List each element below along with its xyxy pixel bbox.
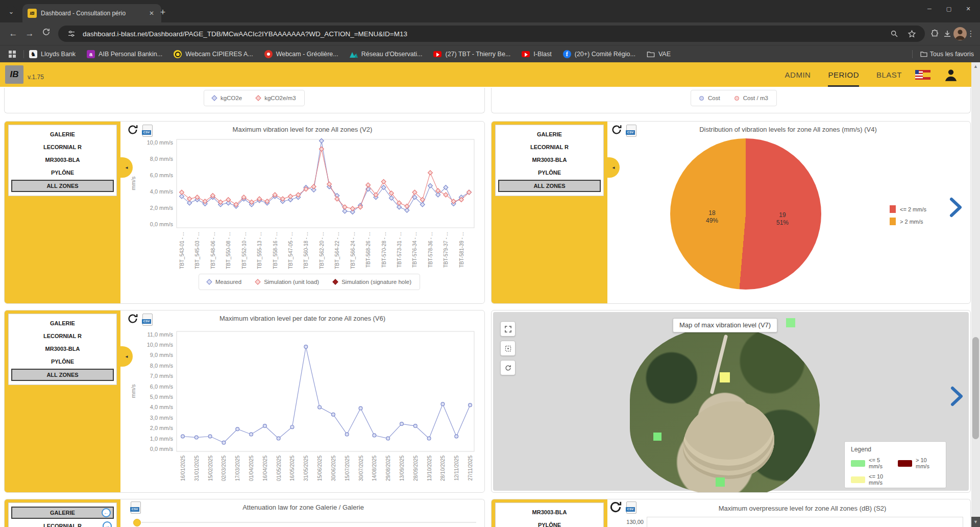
zone-item-lecornial-r[interactable]: LECORNIAL R (498, 141, 601, 153)
downloads-icon[interactable] (941, 28, 953, 40)
svg-text:TBT_550-08 - ...: TBT_550-08 - ... (226, 232, 231, 269)
sidebar-collapse-handle[interactable]: ◄ (607, 157, 620, 178)
menu-period[interactable]: PERIOD (828, 62, 859, 87)
zone-item-galerie[interactable]: GALERIE (11, 129, 114, 140)
bookmark-star-icon[interactable] (905, 28, 918, 40)
map-refresh-button[interactable] (500, 360, 516, 375)
sidebar-collapse-handle[interactable]: ◄ (120, 157, 133, 178)
language-flag-icon[interactable] (915, 70, 930, 80)
zone-item-pyl-ne[interactable]: PYLÔNE (11, 167, 114, 178)
extensions-icon[interactable] (929, 28, 941, 40)
vibration-marker-green[interactable] (786, 318, 795, 327)
svg-text:12/11/2025: 12/11/2025 (454, 456, 459, 481)
app-logo[interactable]: IB (5, 65, 23, 84)
zone-item-mr3003-bla[interactable]: MR3003-BLA (498, 154, 601, 165)
tab-search-icon[interactable]: ⌄ (5, 6, 17, 18)
profile-avatar[interactable] (953, 27, 967, 40)
arrow-left-circle-icon[interactable]: ← (102, 508, 111, 517)
scroll-down-icon[interactable]: ▼ (971, 517, 980, 527)
menu-admin[interactable]: ADMIN (785, 62, 811, 87)
bookmark-r-seau-d-observati-[interactable]: Réseau d'Observati... (350, 50, 423, 58)
site-settings-icon[interactable] (65, 28, 78, 40)
next-widget-button[interactable] (949, 385, 964, 410)
zone-item-galerie[interactable]: GALERIE (11, 318, 114, 329)
zone-item-galerie[interactable]: GALERIE (498, 129, 601, 140)
bookmark-webcam-cipieres-a-[interactable]: Webcam CIPIERES A... (174, 50, 253, 58)
window-close-button[interactable]: ✕ (960, 2, 977, 15)
user-account-icon[interactable] (944, 67, 958, 82)
legend-label: Cost (708, 95, 720, 101)
legend-label: kgCO2e/m3 (264, 95, 296, 101)
map-center-button[interactable] (500, 341, 516, 356)
bookmark-aib-personal-bankin-[interactable]: aAIB Personal Bankin... (87, 50, 162, 58)
svg-text:9,0 mm/s: 9,0 mm/s (150, 352, 174, 358)
reload-button[interactable] (38, 26, 54, 42)
diamond-marker-icon (211, 95, 217, 101)
browser-tab[interactable]: IB Dashboard - Consultation pério ✕ (22, 4, 161, 22)
bookmark-lloyds-bank[interactable]: ♞Lloyds Bank (29, 50, 76, 58)
zone-item-all-zones[interactable]: ALL ZONES (11, 180, 114, 192)
zone-item-mr3003-bla[interactable]: MR3003-BLA (11, 154, 114, 165)
bookmark--20-comit-r-gio-[interactable]: f(20+) Comité Régio... (563, 50, 635, 58)
apps-grid-icon[interactable] (6, 48, 18, 60)
vibration-marker-yellow[interactable] (720, 372, 730, 382)
zone-sidebar: GALERIELECORNIAL RMR3003-BLAPYLÔNEALL ZO… (492, 122, 607, 303)
next-widget-button[interactable] (948, 196, 963, 221)
bookmark-webcam-gr-oli-re-[interactable]: Webcam - Gréolière... (264, 50, 338, 58)
circle-marker-icon (699, 96, 704, 101)
zone-item-pyl-ne[interactable]: PYLÔNE (498, 519, 601, 527)
scrollbar-thumb[interactable] (972, 337, 979, 439)
arrow-right-circle-icon[interactable]: → (103, 521, 112, 527)
app-version: v.1.75 (28, 74, 44, 81)
legend-item-kgco2e-m3: kgCO2e/m3 (256, 95, 296, 101)
map-legend-title: Legend (851, 446, 940, 453)
window-maximize-button[interactable]: ▢ (940, 2, 958, 15)
bookmark-i-blast[interactable]: I-Blast (522, 51, 551, 58)
zone-item-pyl-ne[interactable]: PYLÔNE (11, 356, 114, 367)
pie-legend: <= 2 mm/s> 2 mm/s (890, 205, 926, 230)
map-canvas[interactable]: Map of max vibration level (V7) Legend <… (493, 312, 969, 491)
vibration-marker-green[interactable] (653, 433, 662, 441)
zone-item-mr3003-bla[interactable]: MR3003-BLA (11, 343, 114, 354)
legend-label: <= 2 mm/s (900, 206, 926, 212)
bookmark--27-tbt-thierry-be-[interactable]: (27) TBT - Thierry Be... (433, 51, 510, 58)
card-vibration-per-date-v6: GALERIELECORNIAL RMR3003-BLAPYLÔNEALL ZO… (4, 310, 485, 493)
all-favorites[interactable]: Tous les favoris (907, 48, 974, 60)
zone-item-galerie[interactable]: GALERIE← (11, 507, 114, 519)
folder-icon (647, 50, 655, 58)
map-fullscreen-button[interactable] (500, 321, 516, 337)
scroll-up-icon[interactable]: ▲ (971, 62, 980, 70)
page-scrollbar[interactable]: ▲ ▼ (971, 62, 980, 527)
map-legend-item: <= 5 mm/s (851, 457, 893, 469)
search-icon[interactable] (888, 28, 900, 40)
back-button[interactable]: ← (5, 26, 21, 42)
zone-sidebar: GALERIELECORNIAL RMR3003-BLAPYLÔNEALL ZO… (5, 310, 120, 492)
zone-item-lecornial-r[interactable]: LECORNIAL R (11, 330, 114, 342)
omnibox[interactable]: dashboard.i-blast.net/Dashboard/PAGE_TDB… (58, 26, 925, 42)
zone-item-lecornial-r[interactable]: LECORNIAL R (11, 141, 114, 153)
zone-item-pyl-ne[interactable]: PYLÔNE (498, 167, 601, 178)
sidebar-collapse-handle[interactable]: ◄ (120, 346, 133, 367)
csv-export-icon[interactable]: CSV (626, 501, 636, 514)
menu-blast[interactable]: BLAST (876, 62, 902, 87)
url-text[interactable]: dashboard.i-blast.net/Dashboard/PAGE_TDB… (83, 30, 883, 38)
mountains-icon (350, 50, 358, 58)
zone-item-mr3003-bla[interactable]: MR3003-BLA (498, 507, 601, 518)
vibration-marker-green[interactable] (716, 477, 725, 487)
svg-text:16/01/2025: 16/01/2025 (180, 456, 186, 481)
svg-text:10,0 mm/s: 10,0 mm/s (147, 342, 174, 348)
refresh-button[interactable] (609, 500, 622, 516)
zone-item-lecornial-r[interactable]: LECORNIAL R→ (11, 520, 114, 527)
bookmark-vae[interactable]: VAE (647, 50, 671, 58)
diamond-marker-icon (333, 279, 338, 284)
svg-text:TBT_547-05 - ...: TBT_547-05 - ... (288, 232, 293, 269)
svg-text:TBT_552-10 - ...: TBT_552-10 - ... (241, 232, 247, 269)
forward-button[interactable]: → (21, 26, 38, 42)
browser-menu-icon[interactable]: ⋮ (967, 29, 975, 38)
window-minimize-button[interactable]: ─ (921, 2, 938, 15)
new-tab-button[interactable]: + (156, 6, 169, 19)
zone-item-all-zones[interactable]: ALL ZONES (11, 369, 114, 381)
zone-item-all-zones[interactable]: ALL ZONES (498, 180, 601, 192)
tab-close-icon[interactable]: ✕ (147, 10, 156, 17)
pie-slice-label-orange: 1849% (696, 209, 728, 225)
